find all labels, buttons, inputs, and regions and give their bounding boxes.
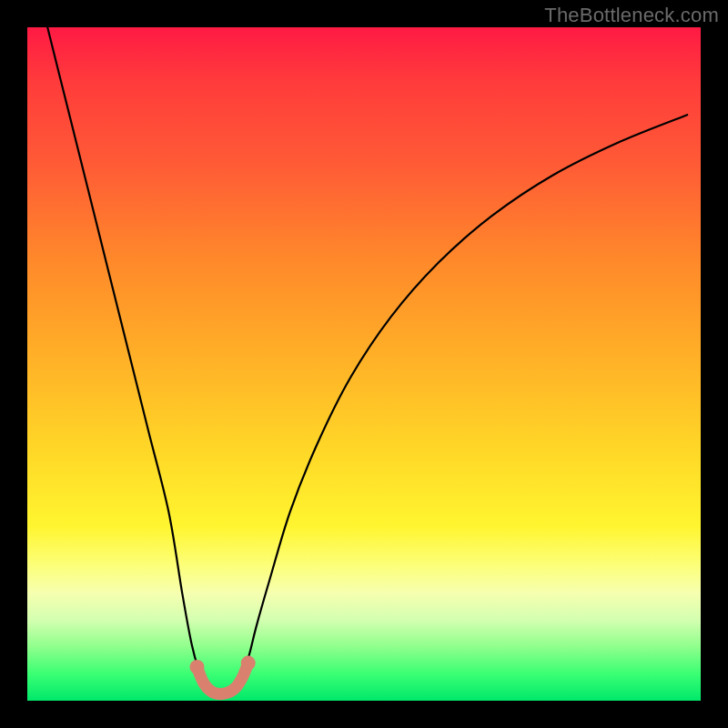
bottleneck-band-path (197, 663, 248, 694)
bottleneck-curve-svg (27, 27, 701, 701)
bottleneck-band-end (190, 660, 205, 674)
chart-plot-area (27, 27, 701, 701)
bottleneck-curve (47, 27, 687, 694)
bottleneck-band-end (241, 656, 256, 671)
bottleneck-band (190, 656, 256, 694)
watermark-text: TheBottleneck.com (544, 4, 719, 27)
